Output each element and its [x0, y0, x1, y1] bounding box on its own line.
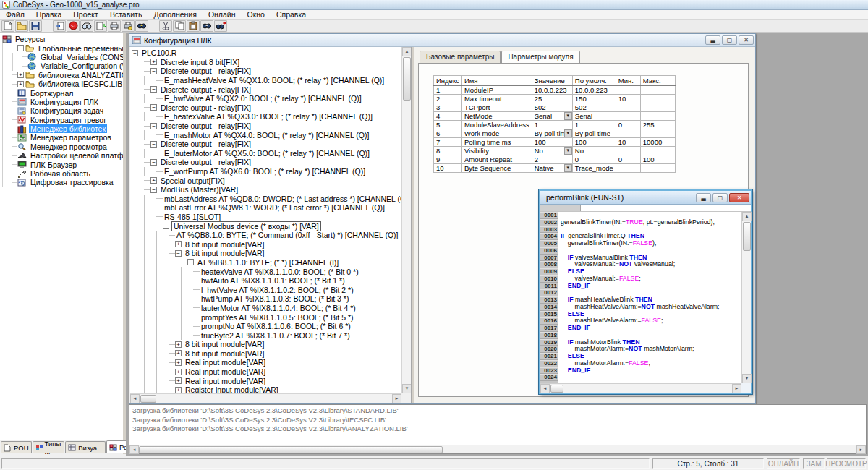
tab-module-parameters[interactable]: Параметры модуля: [501, 51, 579, 63]
maximize-button[interactable]: ▢: [712, 193, 728, 202]
tree-row[interactable]: heatexValve AT %IX8.1.1.0.0: BOOL; (* Bi…: [132, 267, 401, 276]
scroll-left-arrow[interactable]: ◄: [540, 384, 550, 393]
tree-row[interactable]: E_heatexValve AT %QX3.0: BOOL; (* relay …: [132, 112, 401, 121]
tree-row[interactable]: l_hwtValve AT %IX8.1.1.0.2: BOOL; (* Bit…: [132, 285, 401, 294]
parameter-value-cell[interactable]: 502: [532, 103, 572, 112]
collapse-minus-box[interactable]: −: [150, 68, 157, 74]
expand-plus-box[interactable]: +: [175, 341, 182, 348]
tree-row[interactable]: AT %QB8.1.0: BYTE; (* Command (0xff - St…: [132, 231, 401, 240]
combo-dropdown-icon[interactable]: ▼: [564, 129, 572, 137]
combo-dropdown-icon[interactable]: ▼: [564, 147, 572, 155]
organizer-tab-pou[interactable]: POU: [1, 441, 32, 453]
expand-plus-box[interactable]: +: [150, 177, 157, 184]
collapse-minus-box[interactable]: −: [187, 259, 194, 265]
tree-row[interactable]: Менеджер библиотек: [2, 124, 123, 133]
tree-row[interactable]: Менеджер параметров: [2, 133, 123, 142]
tree-row[interactable]: hwtAuto AT %IX8.1.1.0.1: BOOL; (* Bit 1 …: [132, 276, 401, 286]
download-button[interactable]: [94, 20, 107, 32]
parameter-value-cell[interactable]: By poll time▼: [532, 129, 572, 138]
login-button[interactable]: [53, 20, 66, 32]
scroll-thumb[interactable]: [550, 385, 563, 393]
paste-button[interactable]: [187, 20, 200, 32]
code-vscrollbar[interactable]: ▲ ▼: [741, 212, 751, 383]
expand-plus-box[interactable]: +: [175, 387, 182, 393]
expand-plus-box[interactable]: +: [175, 241, 182, 247]
declaration-editor-collapsed[interactable]: [540, 205, 751, 212]
expand-plus-box[interactable]: +: [175, 350, 182, 356]
plc-tree-vscrollbar[interactable]: ▲ ▼: [401, 47, 411, 393]
tree-row[interactable]: trueByte2 AT %IX8.1.1.0.7: BOOL; (* Bit …: [132, 330, 401, 340]
tree-row[interactable]: RS-485-1[SLOT]: [132, 213, 401, 222]
combo-dropdown-icon[interactable]: ▼: [564, 112, 572, 120]
minimize-button[interactable]: ▃: [705, 35, 720, 45]
copy-button[interactable]: [173, 20, 186, 32]
scroll-left-arrow[interactable]: ◄: [130, 394, 140, 403]
tree-row[interactable]: +Real input module[VAR]: [132, 367, 401, 377]
scroll-thumb[interactable]: [743, 222, 751, 251]
collapse-minus-box[interactable]: −: [132, 50, 138, 56]
parameter-value-cell[interactable]: 1: [532, 121, 572, 129]
scroll-thumb[interactable]: [403, 57, 411, 101]
tree-row[interactable]: Бортжурнал: [2, 88, 123, 97]
find-button[interactable]: [200, 20, 213, 32]
tree-row[interactable]: −Discrete output - relay[FIX]: [132, 67, 401, 76]
print-button[interactable]: [108, 20, 121, 32]
close-button[interactable]: ✕: [729, 193, 749, 202]
menu-проект[interactable]: Проект: [67, 10, 104, 20]
tree-row[interactable]: promptYes AT %IX8.1.1.0.5: BOOL; (* Bit …: [132, 312, 401, 322]
collapse-minus-box[interactable]: −: [163, 223, 169, 229]
menu-файл[interactable]: Файл: [0, 10, 30, 20]
tree-row[interactable]: E_wortPump AT %QX6.0: BOOL; (* relay *) …: [132, 167, 401, 176]
tree-row[interactable]: Конфигурация задач: [2, 106, 123, 115]
menu-онлайн[interactable]: Онлайн: [203, 10, 242, 20]
tree-row[interactable]: +Discrete input 8 bit[FIX]: [132, 58, 401, 67]
run-watch-button[interactable]: [80, 20, 93, 32]
tree-row[interactable]: Рабочая область: [2, 169, 123, 178]
tree-row[interactable]: +8 bit input module[VAR]: [132, 349, 401, 359]
tree-row[interactable]: mbLastAddress AT %QD8.0: DWORD; (* Last …: [132, 195, 401, 204]
parameter-value-cell[interactable]: 25: [532, 95, 572, 103]
collapse-minus-box[interactable]: −: [175, 250, 182, 257]
parameter-value-cell[interactable]: 100: [532, 138, 572, 147]
tree-row[interactable]: −ModBus (Master)[VAR]: [132, 185, 401, 195]
maximize-button[interactable]: ▢: [722, 35, 737, 45]
scroll-down-arrow[interactable]: ▼: [742, 374, 752, 383]
tree-row[interactable]: −Глобальные переменные: [2, 43, 123, 52]
tree-row[interactable]: −Discrete output - relay[FIX]: [132, 103, 401, 113]
tab-base-parameters[interactable]: Базовые параметры: [420, 51, 501, 63]
tree-row[interactable]: −Discrete output - relay[FIX]: [132, 158, 401, 167]
scroll-left-arrow[interactable]: ◄: [129, 445, 139, 454]
tree-row[interactable]: Цифровая трассировка: [2, 178, 123, 187]
collapse-minus-box[interactable]: −: [150, 159, 157, 166]
close-button[interactable]: ✕: [739, 35, 754, 45]
collapse-minus-box[interactable]: −: [150, 104, 157, 111]
tree-row[interactable]: hwtPump AT %IX8.1.1.0.3: BOOL; (* Bit 3 …: [132, 294, 401, 304]
open-file-button[interactable]: [15, 20, 28, 32]
menu-правка[interactable]: Правка: [30, 10, 67, 20]
tree-row[interactable]: Global_Variables (CONSTANT): [2, 53, 123, 61]
parameter-value-cell[interactable]: 2: [532, 155, 572, 164]
menu-вставить[interactable]: Вставить: [104, 10, 148, 20]
tree-row[interactable]: Настройки целевой платформы: [2, 151, 123, 160]
tree-row[interactable]: E_mashHeatValve AT %QX1.0: BOOL; (* rela…: [132, 76, 401, 85]
parameter-value-cell[interactable]: No▼: [532, 147, 572, 155]
menu-справка[interactable]: Справка: [271, 10, 312, 20]
tree-row[interactable]: mbLastError AT %QW8.1: WORD; (* Last err…: [132, 203, 401, 213]
parameter-value-cell[interactable]: Native▼: [532, 164, 572, 173]
tree-row[interactable]: −PLC100.R: [132, 48, 401, 58]
scroll-right-arrow[interactable]: ►: [392, 394, 401, 403]
tree-row[interactable]: −8 bit input module[VAR]: [132, 249, 401, 258]
scroll-thumb[interactable]: [139, 446, 443, 453]
menu-дополнения[interactable]: Дополнения: [148, 10, 202, 20]
collapse-minus-box[interactable]: −: [150, 123, 157, 129]
collapse-minus-box[interactable]: −: [150, 86, 157, 93]
tree-row[interactable]: +8 bit input module[VAR]: [132, 340, 401, 349]
parameter-value-cell[interactable]: 10.0.0.223: [532, 86, 572, 95]
tree-row[interactable]: +библиотека IECSFC.LIB 13.4.06 15:51:28:…: [2, 80, 123, 88]
tree-row[interactable]: ПЛК-Браузер: [2, 160, 123, 168]
tree-row[interactable]: E_mashMotor AT %QX4.0: BOOL; (* relay *)…: [132, 130, 401, 140]
tree-row[interactable]: −Discrete output - relay[FIX]: [132, 85, 401, 94]
scroll-thumb[interactable]: [140, 395, 156, 403]
tree-row[interactable]: +Register input module[VAR]: [132, 385, 401, 393]
stop-st-button[interactable]: ST: [67, 20, 80, 32]
